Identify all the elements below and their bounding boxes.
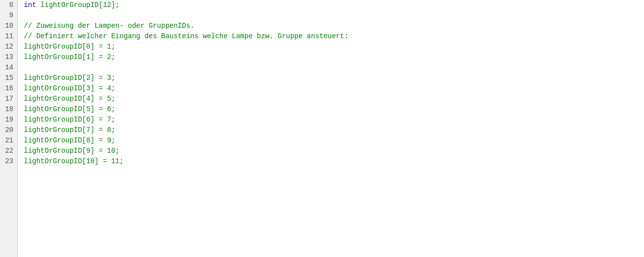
code-line-22: lightOrGroupID[9] = 10;	[24, 146, 644, 156]
code-content[interactable]: int lightOrGroupID[12]; // Zuweisung der…	[18, 0, 644, 257]
line-number-18: 18	[4, 104, 13, 115]
code-line-14	[24, 63, 644, 73]
line-number-15: 15	[4, 73, 13, 83]
line-number-21: 21	[4, 135, 13, 146]
line-number-9: 9	[4, 10, 13, 21]
code-line-13: lightOrGroupID[1] = 2;	[24, 52, 644, 63]
code-line-9	[24, 10, 644, 21]
line-number-23: 23	[4, 156, 13, 167]
line-number-13: 13	[4, 52, 13, 63]
line-number-20: 20	[4, 125, 13, 135]
code-line-16: lightOrGroupID[3] = 4;	[24, 83, 644, 94]
line-number-11: 11	[4, 31, 13, 42]
line-number-10: 10	[4, 21, 13, 31]
line-number-22: 22	[4, 146, 13, 156]
line-number-16: 16	[4, 83, 13, 94]
line-number-8: 8	[4, 0, 13, 10]
code-line-21: lightOrGroupID[8] = 9;	[24, 135, 644, 146]
line-number-19: 19	[4, 115, 13, 125]
code-line-15: lightOrGroupID[2] = 3;	[24, 73, 644, 83]
line-numbers: 8 9 10 11 12 13 14 15 16 17 18 19 20 21 …	[0, 0, 18, 257]
code-editor: 8 9 10 11 12 13 14 15 16 17 18 19 20 21 …	[0, 0, 644, 257]
line-number-17: 17	[4, 94, 13, 104]
code-line-17: lightOrGroupID[4] = 5;	[24, 94, 644, 104]
code-line-11: // Definiert welcher Eingang des Baustei…	[24, 31, 644, 42]
code-line-8: int lightOrGroupID[12];	[24, 0, 644, 10]
code-line-20: lightOrGroupID[7] = 8;	[24, 125, 644, 135]
line-number-14: 14	[4, 63, 13, 73]
code-line-19: lightOrGroupID[6] = 7;	[24, 115, 644, 125]
line-number-12: 12	[4, 42, 13, 52]
code-line-18: lightOrGroupID[5] = 6;	[24, 104, 644, 115]
code-line-12: lightOrGroupID[0] = 1;	[24, 42, 644, 52]
code-line-10: // Zuweisung der Lampen- oder GruppenIDs…	[24, 21, 644, 31]
code-line-23: lightOrGroupID[10] = 11;	[24, 156, 644, 167]
